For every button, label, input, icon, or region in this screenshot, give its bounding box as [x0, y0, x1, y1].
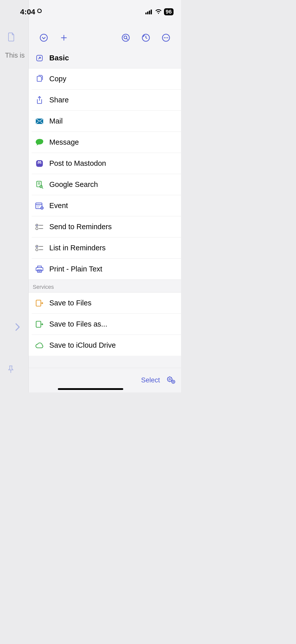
- action-print[interactable]: Print - Plain Text: [29, 259, 181, 279]
- copy-icon: [35, 75, 44, 83]
- action-label: Save to Files: [49, 299, 92, 307]
- more-button[interactable]: [156, 32, 176, 44]
- svg-point-11: [167, 37, 168, 38]
- reminders-icon: [35, 224, 44, 230]
- reminders-icon: [35, 245, 44, 251]
- svg-rect-25: [36, 300, 41, 306]
- svg-point-4: [40, 34, 47, 41]
- collapse-button[interactable]: [34, 32, 54, 44]
- svg-rect-2: [149, 11, 150, 14]
- action-label: Print - Plain Text: [49, 265, 102, 273]
- action-label: Save to Files as...: [49, 320, 107, 328]
- svg-point-5: [122, 34, 129, 41]
- action-label: List in Reminders: [49, 244, 106, 252]
- svg-point-29: [172, 380, 175, 383]
- action-message[interactable]: Message: [29, 132, 181, 153]
- chevron-right-icon[interactable]: [15, 323, 20, 332]
- svg-point-9: [164, 37, 165, 38]
- svg-point-30: [173, 381, 174, 382]
- action-label: Post to Mastodon: [49, 159, 106, 168]
- action-save-files[interactable]: Save to Files: [29, 293, 181, 313]
- svg-point-10: [165, 37, 166, 38]
- cellular-icon: [145, 8, 153, 16]
- svg-point-20: [36, 227, 38, 229]
- action-label: Send to Reminders: [49, 223, 112, 231]
- search-doc-icon: [35, 181, 44, 189]
- calendar-icon: [35, 202, 44, 210]
- action-mail[interactable]: Mail: [29, 111, 181, 132]
- action-list-reminders[interactable]: List in Reminders: [29, 237, 181, 258]
- action-event[interactable]: Event: [29, 195, 181, 216]
- settings-button[interactable]: [166, 376, 176, 385]
- services-section-label: Services: [29, 279, 181, 293]
- select-button[interactable]: Select: [141, 376, 160, 384]
- svg-point-27: [167, 377, 172, 381]
- home-indicator[interactable]: [58, 388, 123, 390]
- status-left: 4:04: [20, 8, 43, 16]
- action-label: Message: [49, 138, 79, 146]
- action-group-header[interactable]: Basic: [29, 48, 181, 68]
- message-icon: [35, 139, 44, 146]
- svg-rect-3: [151, 10, 152, 14]
- settings-glyph-icon: [37, 8, 43, 16]
- save-files-as-icon: [35, 320, 44, 328]
- mastodon-icon: [35, 159, 44, 168]
- action-label: Share: [49, 96, 69, 104]
- print-icon: [35, 265, 44, 273]
- action-label: Google Search: [49, 180, 98, 189]
- action-send-reminders[interactable]: Send to Reminders: [29, 216, 181, 237]
- action-label: Event: [49, 202, 68, 210]
- svg-point-28: [169, 378, 171, 380]
- svg-rect-1: [147, 12, 148, 14]
- status-bar: 4:04 96: [0, 0, 181, 20]
- svg-rect-26: [36, 321, 41, 327]
- save-files-icon: [35, 299, 44, 307]
- history-button[interactable]: [136, 32, 156, 44]
- action-label: Mail: [49, 117, 63, 125]
- action-copy[interactable]: Copy: [29, 68, 181, 89]
- action-share[interactable]: Share: [29, 90, 181, 110]
- svg-rect-0: [145, 13, 147, 14]
- action-google-search[interactable]: Google Search: [29, 174, 181, 195]
- svg-point-22: [36, 248, 38, 251]
- action-group-title: Basic: [49, 54, 69, 62]
- cloud-icon: [35, 342, 44, 349]
- battery-level: 96: [164, 8, 174, 15]
- mail-icon: [35, 118, 44, 124]
- panel-toolbar: [29, 28, 181, 48]
- action-label: Save to iCloud Drive: [49, 341, 116, 349]
- action-save-icloud[interactable]: Save to iCloud Drive: [29, 335, 181, 356]
- wifi-icon: [155, 8, 162, 16]
- status-right: 96: [145, 8, 174, 16]
- add-button[interactable]: [54, 32, 74, 44]
- actions-list-services: Save to Files Save to Files as... Save t…: [29, 293, 181, 356]
- pin-icon[interactable]: [7, 365, 15, 375]
- open-external-icon: [35, 54, 44, 62]
- actions-panel: Basic Copy Share Mail M: [28, 0, 181, 392]
- status-time: 4:04: [20, 8, 35, 16]
- document-icon: [8, 32, 15, 43]
- svg-rect-23: [36, 267, 43, 271]
- left-background-strip: This is: [0, 0, 28, 392]
- action-mastodon[interactable]: Post to Mastodon: [29, 153, 181, 174]
- background-preview-text: This is: [5, 52, 25, 59]
- share-icon: [35, 96, 44, 104]
- action-label: Copy: [49, 75, 66, 83]
- actions-list-main: Copy Share Mail Message: [29, 68, 181, 279]
- search-button[interactable]: [116, 32, 136, 44]
- action-save-files-as[interactable]: Save to Files as...: [29, 314, 181, 335]
